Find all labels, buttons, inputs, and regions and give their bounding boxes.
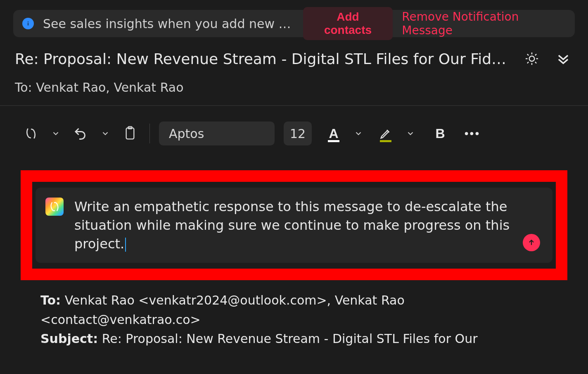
undo-dropdown-icon[interactable] bbox=[95, 123, 116, 144]
to-label: To: bbox=[15, 80, 32, 95]
font-color-button[interactable]: A bbox=[323, 123, 344, 144]
svg-line-8 bbox=[527, 54, 529, 55]
svg-rect-2 bbox=[28, 21, 28, 22]
svg-line-10 bbox=[527, 62, 529, 63]
font-family-value: Aptos bbox=[169, 126, 204, 141]
svg-line-11 bbox=[535, 54, 536, 55]
expand-chevron-icon[interactable] bbox=[553, 49, 573, 69]
text-cursor bbox=[125, 238, 126, 252]
quoted-to-label: To: bbox=[40, 293, 61, 307]
brightness-icon[interactable] bbox=[522, 49, 542, 69]
copilot-dropdown-icon[interactable] bbox=[45, 123, 66, 144]
highlight-dropdown-icon[interactable] bbox=[400, 123, 421, 144]
font-color-dropdown-icon[interactable] bbox=[348, 123, 369, 144]
bold-letter: B bbox=[435, 126, 445, 141]
ellipsis-icon: ••• bbox=[465, 127, 480, 140]
sales-insights-notification: See sales insights when you add new co… … bbox=[13, 10, 575, 37]
remove-notification-link[interactable]: Remove Notification Message bbox=[402, 10, 566, 37]
copilot-toolbar-icon[interactable] bbox=[21, 123, 41, 144]
quoted-subject-value: Re: Proposal: New Revenue Stream - Digit… bbox=[102, 331, 478, 346]
info-icon bbox=[22, 18, 34, 29]
toolbar-separator bbox=[149, 124, 150, 143]
subject-text: Re: Proposal: New Revenue Stream - Digit… bbox=[15, 50, 510, 67]
add-contacts-button[interactable]: Add contacts bbox=[303, 7, 393, 40]
svg-rect-1 bbox=[28, 23, 28, 26]
to-recipients[interactable]: Venkat Rao, Venkat Rao bbox=[36, 80, 183, 95]
bold-button[interactable]: B bbox=[430, 123, 450, 144]
font-color-swatch bbox=[328, 140, 339, 142]
quoted-to-value: Venkat Rao <venkatr2024@outlook.com>, Ve… bbox=[40, 293, 405, 327]
font-color-letter: A bbox=[329, 126, 338, 141]
copilot-prompt-text[interactable]: Write an empathetic response to this mes… bbox=[74, 198, 512, 253]
highlight-annotation-box: Write an empathetic response to this mes… bbox=[21, 170, 567, 280]
svg-point-3 bbox=[529, 56, 535, 62]
copilot-prompt-bar[interactable]: Write an empathetic response to this mes… bbox=[36, 188, 552, 263]
formatting-toolbar: Aptos 12 A B ••• bbox=[0, 106, 588, 158]
font-size-value: 12 bbox=[290, 126, 306, 141]
to-field-row: To: Venkat Rao, Venkat Rao bbox=[0, 73, 588, 105]
highlight-swatch bbox=[380, 140, 391, 142]
svg-rect-12 bbox=[126, 128, 134, 139]
clipboard-button[interactable] bbox=[120, 123, 140, 144]
quoted-to-line: To: Venkat Rao <venkatr2024@outlook.com>… bbox=[40, 291, 548, 329]
copilot-send-button[interactable] bbox=[523, 234, 540, 251]
quoted-email-body[interactable]: To: Venkat Rao <venkatr2024@outlook.com>… bbox=[0, 280, 588, 349]
copilot-prompt-value: Write an empathetic response to this mes… bbox=[74, 199, 510, 252]
notification-text: See sales insights when you add new co… bbox=[43, 17, 294, 31]
quoted-subject-label: Subject: bbox=[40, 331, 98, 346]
undo-button[interactable] bbox=[70, 123, 91, 144]
quoted-subject-line: Subject: Re: Proposal: New Revenue Strea… bbox=[40, 329, 548, 349]
compose-header: Re: Proposal: New Revenue Stream - Digit… bbox=[0, 37, 588, 73]
copilot-icon bbox=[45, 198, 64, 216]
font-family-select[interactable]: Aptos bbox=[159, 121, 275, 145]
font-size-select[interactable]: 12 bbox=[284, 121, 312, 145]
highlight-button[interactable] bbox=[375, 123, 396, 144]
more-formatting-button[interactable]: ••• bbox=[462, 123, 483, 144]
svg-line-9 bbox=[535, 62, 536, 63]
